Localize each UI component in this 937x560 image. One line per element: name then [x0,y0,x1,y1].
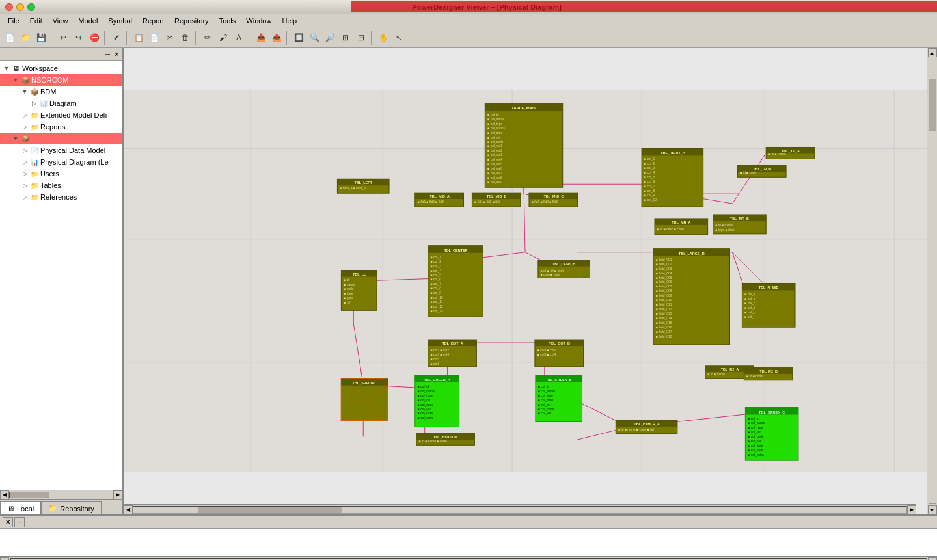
scroll-left-arrow[interactable]: ◀ [0,490,9,500]
output-close-btn[interactable]: ✕ [3,517,13,527]
toolbar-undo[interactable]: ↩ [56,31,70,45]
output-h-track[interactable] [10,558,927,561]
toolbar-text[interactable]: A [232,31,246,45]
toolbar-cut[interactable]: ✂ [163,31,177,45]
menu-bar: File Edit View Model Symbol Report Repos… [0,14,937,27]
tree-physdata[interactable]: ▷ 📄 Physical Data Model [0,144,122,156]
panel-toolbar: ─ ✕ [0,48,122,61]
toolbar-import[interactable]: 📥 [254,31,268,45]
tree-workspace[interactable]: ▼ 🖥 Workspace [0,62,122,74]
toolbar-grid[interactable]: ⊞ [338,31,353,45]
toolbar-delete[interactable]: 🗑 [178,31,193,45]
toolbar-copy[interactable]: 📄 [147,31,161,45]
toolbar-paste[interactable]: 📋 [131,31,146,45]
model-tree[interactable]: ▼ 🖥 Workspace ▼ 📦 NSORCOM ▼ 📦 BDM ▷ 📊 Di… [0,61,122,490]
tree-diagram[interactable]: ▷ 📊 Diagram [0,98,122,109]
menu-tools[interactable]: Tools [214,16,241,26]
expand-physdiag[interactable]: ▷ [21,158,29,166]
scroll-track[interactable] [9,492,113,498]
title-accent-bar [351,1,937,12]
svg-text:■ field_001: ■ field_001 [656,258,672,261]
canvas-scroll-right[interactable]: ▶ [907,505,916,514]
tab-local[interactable]: 🖥 Local [0,501,41,514]
output-scroll-left[interactable]: ◀ [0,557,9,561]
menu-model[interactable]: Model [73,16,103,26]
toolbar-stop[interactable]: ⛔ [87,31,102,45]
canvas-h-scrollbar[interactable]: ◀ ▶ [124,504,916,514]
toolbar-save[interactable]: 💾 [34,31,48,45]
canvas-area[interactable]: TABLE_MAIN ■ col_id ■ col_name ■ col_typ… [124,48,927,514]
expand-extmodel[interactable]: ▷ [21,111,29,119]
toolbar-new[interactable]: 📄 [3,31,17,45]
tree-references[interactable]: ▷ 📁 References [0,191,122,203]
window-controls[interactable] [5,3,35,11]
tree-physdiag[interactable]: ▷ 📊 Physical Diagram (Le [0,156,122,168]
canvas-scroll-left[interactable]: ◀ [124,505,133,514]
menu-repository[interactable]: Repository [169,16,214,26]
expand-model2[interactable]: ▼ [12,135,20,142]
toolbar-open[interactable]: 📁 [18,31,33,45]
expand-physdata[interactable]: ▷ [21,146,29,154]
svg-text:■ id  ■ code: ■ id ■ code [740,171,756,174]
menu-window[interactable]: Window [241,16,277,26]
svg-text:■ field_008: ■ field_008 [656,289,672,293]
menu-file[interactable]: File [3,16,25,26]
toolbar-fit[interactable]: 🔲 [292,31,306,45]
toolbar-pan[interactable]: ✋ [376,31,390,45]
tab-repository[interactable]: 📁 Repository [41,501,102,514]
menu-report[interactable]: Report [137,16,169,26]
menu-edit[interactable]: Edit [25,16,48,26]
svg-text:■ col3  ■ col4: ■ col3 ■ col4 [431,353,450,356]
output-scroll-right[interactable]: ▶ [928,557,937,561]
v-scroll-thumb[interactable] [929,79,936,131]
tree-h-scrollbar[interactable]: ◀ ▶ [0,490,122,499]
toolbar-pencil[interactable]: ✏ [200,31,215,45]
right-scrollbar[interactable]: ▲ ▼ [927,48,937,514]
maximize-button[interactable] [27,3,35,11]
tree-extmodel[interactable]: ▷ 📁 Extended Model Defi [0,109,122,121]
tree-model1[interactable]: ▼ 📦 NSORCOM [0,74,122,86]
minimize-button[interactable] [16,3,24,11]
toolbar-zoom-in[interactable]: 🔍 [307,31,321,45]
tree-model2[interactable]: ▼ 📦 [0,133,122,144]
toolbar-export[interactable]: 📤 [269,31,284,45]
expand-workspace[interactable]: ▼ [3,64,10,72]
scroll-right-arrow[interactable]: ▶ [113,490,122,500]
close-button[interactable] [5,3,13,11]
svg-text:■ col_4: ■ col_4 [431,269,441,273]
tree-users[interactable]: ▷ 📁 Users [0,168,122,180]
v-scroll-track[interactable] [929,59,936,504]
output-h-scrollbar[interactable]: ◀ ▶ [0,556,937,560]
expand-bdm[interactable]: ▼ [21,88,29,96]
expand-references[interactable]: ▷ [21,193,29,201]
scroll-down-arrow[interactable]: ▼ [928,505,937,514]
expand-model1[interactable]: ▼ [12,76,20,84]
output-minimize-btn[interactable]: ─ [14,517,25,527]
tab-local-label: Local [17,505,34,513]
expand-users[interactable]: ▷ [21,170,29,178]
toolbar-redo[interactable]: ↪ [72,31,86,45]
toolbar-select[interactable]: ↖ [392,31,406,45]
panel-close[interactable]: ✕ [112,51,121,58]
scroll-thumb[interactable] [10,492,49,498]
menu-view[interactable]: View [48,16,74,26]
panel-minimize[interactable]: ─ [103,51,112,58]
tree-bdm[interactable]: ▼ 📦 BDM [0,86,122,98]
toolbar-layout[interactable]: ⊟ [354,31,368,45]
expand-diagram[interactable]: ▷ [30,100,38,107]
svg-text:■ col_name: ■ col_name [487,118,504,121]
expand-reports[interactable]: ▷ [21,123,29,131]
tree-tables[interactable]: ▷ 📁 Tables [0,180,122,191]
canvas-h-thumb[interactable] [198,507,342,513]
canvas-h-track[interactable] [133,506,907,514]
scroll-up-arrow[interactable]: ▲ [928,48,937,57]
menu-symbol[interactable]: Symbol [103,16,137,26]
toolbar-paint[interactable]: 🖌 [216,31,230,45]
svg-text:■ col_12: ■ col_12 [431,305,443,308]
menu-help[interactable]: Help [277,16,302,26]
toolbar-zoom-out[interactable]: 🔎 [323,31,337,45]
toolbar-check[interactable]: ✔ [109,31,124,45]
svg-text:■ date  ■ type: ■ date ■ type [541,273,560,276]
tree-reports[interactable]: ▷ 📁 Reports [0,121,122,133]
expand-tables[interactable]: ▷ [21,181,29,189]
